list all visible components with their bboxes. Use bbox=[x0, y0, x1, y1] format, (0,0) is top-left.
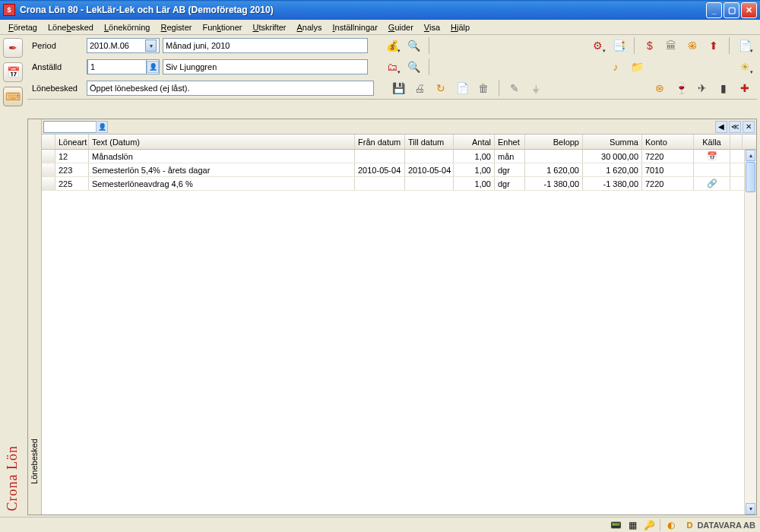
menu-guider[interactable]: Guider bbox=[383, 21, 419, 33]
grid-body[interactable]: 12Månadslön1,00mån30 000,007220📅223Semes… bbox=[42, 150, 756, 515]
col-loneart[interactable]: Löneart bbox=[55, 135, 89, 149]
employee-id-input[interactable] bbox=[87, 59, 147, 74]
app-icon: $ bbox=[3, 4, 15, 16]
col-text[interactable]: Text (Datum) bbox=[89, 135, 355, 149]
employee-picker-icon[interactable]: 👤 bbox=[147, 61, 159, 73]
menu-visa[interactable]: Visa bbox=[419, 21, 445, 33]
scroll-thumb[interactable] bbox=[746, 162, 755, 192]
period-display: Månad juni, 2010 bbox=[163, 38, 368, 53]
link-icon: 🔗 bbox=[707, 179, 717, 188]
table-row[interactable]: 225Semesterlöneavdrag 4,6 %1,00dgr-1 380… bbox=[42, 177, 756, 191]
col-fran[interactable]: Från datum bbox=[355, 135, 405, 149]
close-button[interactable]: ✕ bbox=[741, 2, 757, 18]
menu-lonebesked[interactable]: Lönebesked bbox=[43, 21, 99, 33]
period-money-bag-icon[interactable]: 💰▾ bbox=[383, 36, 401, 55]
chevron-down-icon[interactable]: ▾ bbox=[145, 40, 157, 52]
col-summa[interactable]: Summa bbox=[583, 135, 642, 149]
status-vendor-icon: ◐ bbox=[665, 519, 677, 531]
employee-id-field[interactable]: 👤 bbox=[87, 59, 160, 74]
brand-side-label: Crona Lön bbox=[5, 445, 21, 511]
save-icon[interactable]: 💾 bbox=[389, 79, 407, 97]
employee-card-icon[interactable]: 🗂▾ bbox=[383, 58, 401, 76]
employee-label: Anställd bbox=[30, 62, 84, 71]
grid-toolbar: 👤 ◀ ≪ ✕ bbox=[42, 119, 756, 135]
window-titlebar: $ Crona Lön 80 - LekLär-Lek och Lär AB (… bbox=[0, 0, 760, 20]
nav-pin-icon[interactable]: ✒ bbox=[3, 38, 23, 58]
menu-lonekorning[interactable]: Lönekörning bbox=[99, 21, 156, 33]
period-label: Period bbox=[30, 41, 84, 50]
delete-icon[interactable]: 🗑 bbox=[474, 79, 492, 97]
copy-icon[interactable]: 📑 bbox=[610, 36, 628, 55]
menu-register[interactable]: Register bbox=[155, 21, 197, 33]
refresh-icon[interactable]: ↻ bbox=[432, 79, 450, 97]
grid-side-tab[interactable]: Lönebesked bbox=[28, 119, 42, 515]
statusbar: 📟 ▦ 🔑 ◐ DDATAVARA AB bbox=[0, 517, 760, 532]
grid-prev-icon[interactable]: ◀ bbox=[715, 121, 727, 133]
plane-icon[interactable]: ✈ bbox=[693, 79, 711, 97]
period-combo[interactable]: 2010.M.06 ▾ bbox=[87, 38, 160, 53]
payslip-label: Lönebesked bbox=[30, 84, 84, 93]
window-title: Crona Lön 80 - LekLär-Lek och Lär AB (De… bbox=[20, 5, 706, 15]
col-kalla[interactable]: Källa bbox=[694, 135, 730, 149]
payslip-row: Lönebesked Öppet lönebesked (ej låst). 💾… bbox=[27, 78, 757, 99]
table-row[interactable]: 12Månadslön1,00mån30 000,007220📅 bbox=[42, 150, 756, 163]
col-konto[interactable]: Konto bbox=[642, 135, 694, 149]
col-antal[interactable]: Antal bbox=[454, 135, 495, 149]
period-money-search-icon[interactable]: 🔍 bbox=[404, 36, 423, 55]
table-row[interactable]: 223Semesterlön 5,4% - årets dagar2010-05… bbox=[42, 163, 756, 177]
export-icon[interactable]: ⬆ bbox=[705, 36, 723, 55]
page-search-icon[interactable]: 📄▾ bbox=[736, 36, 754, 55]
coins-icon[interactable]: ⊛ bbox=[651, 79, 669, 97]
grid-search-button[interactable]: 👤 bbox=[96, 121, 108, 133]
nav-calendar-icon[interactable]: 📅 bbox=[3, 62, 23, 82]
col-till[interactable]: Till datum bbox=[405, 135, 454, 149]
status-vendor-1: D bbox=[686, 521, 692, 530]
employee-row: Anställd 👤 Siv Ljunggren 🗂▾ 🔍 ♪ 📁 ☀▾ bbox=[27, 56, 757, 78]
road-icon[interactable]: ▮ bbox=[714, 79, 733, 97]
left-navbar: ✒ 📅 ⌨ bbox=[3, 38, 24, 106]
employee-name-display: Siv Ljunggren bbox=[163, 59, 368, 74]
grid-rewind-icon[interactable]: ≪ bbox=[729, 121, 741, 133]
menubar: Företag Lönebesked Lönekörning Register … bbox=[0, 20, 760, 35]
col-belopp[interactable]: Belopp bbox=[525, 135, 583, 149]
medical-icon[interactable]: ✚ bbox=[736, 79, 754, 97]
grid-scrollbar[interactable]: ▴ ▾ bbox=[744, 150, 756, 515]
spiral-icon[interactable]: ֎ bbox=[683, 36, 701, 55]
grid-search-input[interactable] bbox=[43, 121, 97, 133]
wine-icon[interactable]: 🍷 bbox=[672, 79, 690, 97]
status-key-icon[interactable]: 🔑 bbox=[643, 519, 655, 531]
edit-icon[interactable]: ✎ bbox=[505, 79, 524, 97]
calendar-icon: 📅 bbox=[707, 151, 717, 161]
gear-icon[interactable]: ⚙▾ bbox=[588, 36, 606, 55]
menu-funktioner[interactable]: Funktioner bbox=[197, 21, 247, 33]
status-calculator-icon[interactable]: 📟 bbox=[610, 519, 622, 531]
menu-utskrifter[interactable]: Utskrifter bbox=[247, 21, 291, 33]
sun-icon[interactable]: ☀▾ bbox=[736, 58, 754, 76]
nav-keyboard-icon[interactable]: ⌨ bbox=[3, 87, 23, 106]
print-icon[interactable]: 🖨 bbox=[410, 79, 429, 97]
scroll-down-icon[interactable]: ▾ bbox=[746, 503, 755, 515]
grid-header: Löneart Text (Datum) Från datum Till dat… bbox=[42, 135, 756, 150]
stamp-icon[interactable]: ⏚ bbox=[527, 79, 545, 97]
money-doc-icon[interactable]: $ bbox=[641, 36, 659, 55]
new-doc-icon[interactable]: 📄 bbox=[453, 79, 471, 97]
status-grid-icon[interactable]: ▦ bbox=[626, 519, 638, 531]
bank-icon[interactable]: 🏛 bbox=[662, 36, 680, 55]
note-icon[interactable]: ♪ bbox=[606, 58, 625, 76]
maximize-button[interactable]: ▢ bbox=[724, 2, 739, 18]
menu-hjalp[interactable]: Hjälp bbox=[445, 21, 475, 33]
menu-foretag[interactable]: Företag bbox=[3, 21, 43, 33]
col-enhet[interactable]: Enhet bbox=[495, 135, 525, 149]
toolbar-area: Period 2010.M.06 ▾ Månad juni, 2010 💰▾ 🔍… bbox=[27, 35, 757, 100]
status-vendor-label: DATAVARA AB bbox=[697, 521, 755, 530]
menu-analys[interactable]: Analys bbox=[291, 21, 327, 33]
menu-installningar[interactable]: Inställningar bbox=[328, 21, 383, 33]
grid-close-icon[interactable]: ✕ bbox=[743, 121, 755, 133]
minimize-button[interactable]: _ bbox=[706, 2, 722, 18]
scroll-up-icon[interactable]: ▴ bbox=[746, 150, 755, 161]
folder-icon[interactable]: 📁 bbox=[628, 58, 646, 76]
payslip-status: Öppet lönebesked (ej låst). bbox=[87, 81, 374, 96]
payslip-grid: Lönebesked 👤 ◀ ≪ ✕ Löneart Text (Datum) … bbox=[27, 119, 757, 515]
employee-search-icon[interactable]: 🔍 bbox=[404, 58, 423, 76]
period-row: Period 2010.M.06 ▾ Månad juni, 2010 💰▾ 🔍… bbox=[27, 35, 757, 56]
